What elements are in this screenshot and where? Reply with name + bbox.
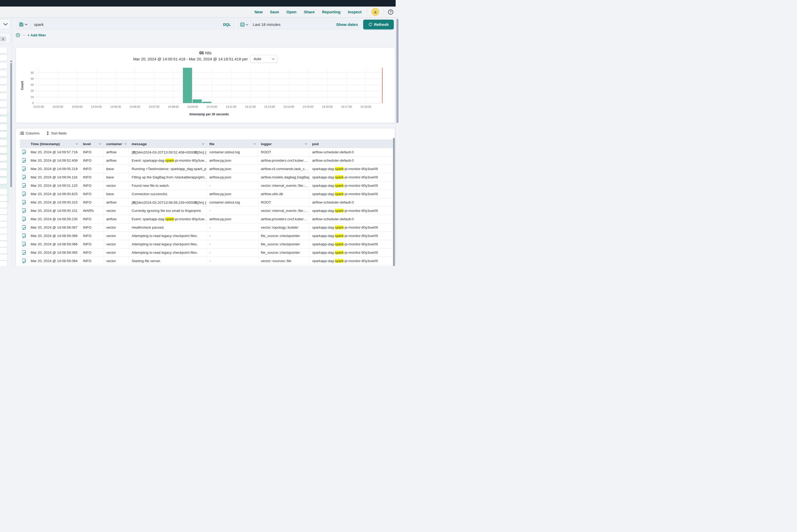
- search-query-input[interactable]: spark: [31, 22, 219, 27]
- field-card[interactable]: [0, 247, 7, 254]
- chart-gridline: [36, 97, 382, 97]
- histogram-bar[interactable]: [192, 99, 202, 103]
- field-card[interactable]: [0, 163, 7, 169]
- cell-pod: sparkapp-dag-spark-pi-monitor-80y3uw09: [310, 207, 393, 215]
- expand-row-button[interactable]: [20, 223, 28, 231]
- cell-time: Mar 20, 2024 @ 14:08:59.235: [28, 215, 80, 223]
- documents-table-panel: Columns Sort fields Time (timestamp)leve…: [16, 128, 395, 266]
- cell-pod: sparkapp-dag-spark-pi-monitor-80y3uw09: [310, 232, 393, 240]
- sort-fields-button[interactable]: Sort fields: [46, 131, 67, 135]
- field-card[interactable]: [0, 178, 7, 184]
- column-header-time-timestamp-[interactable]: Time (timestamp): [28, 140, 80, 148]
- field-card[interactable]: [0, 228, 7, 234]
- cell-pod: airflow-scheduler-default-0: [310, 156, 393, 165]
- cell-pod: sparkapp-dag-spark-pi-monitor-80y3uw09: [310, 182, 393, 190]
- histogram-bar[interactable]: [183, 68, 192, 103]
- expand-row-button[interactable]: [20, 173, 28, 181]
- nav-link-open[interactable]: Open: [286, 10, 296, 14]
- field-card[interactable]: [0, 241, 7, 247]
- field-card[interactable]: [0, 47, 7, 53]
- show-dates-button[interactable]: Show dates: [336, 22, 361, 27]
- column-header-file[interactable]: file: [207, 140, 258, 148]
- page-scrollbar[interactable]: [396, 19, 398, 123]
- sidebar-collapse-toggle[interactable]: [0, 19, 11, 29]
- field-card[interactable]: [0, 215, 7, 221]
- field-card[interactable]: [0, 189, 7, 195]
- highlighted-term: spark: [165, 158, 174, 163]
- cell-time: Mar 20, 2024 @ 14:08:59.065: [28, 248, 80, 256]
- column-header-logger[interactable]: logger: [258, 140, 310, 148]
- field-card[interactable]: [0, 208, 7, 214]
- expand-row-button[interactable]: [20, 156, 28, 165]
- column-header-message[interactable]: message: [129, 140, 207, 148]
- time-range-value[interactable]: Last 18 minutes: [251, 22, 336, 27]
- field-card[interactable]: [0, 234, 7, 241]
- cell-level: INFO: [80, 182, 104, 190]
- query-language-button[interactable]: DQL: [219, 22, 235, 27]
- add-filter-button[interactable]: + Add filter: [27, 33, 46, 37]
- nav-link-inspect[interactable]: Inspect: [348, 10, 362, 14]
- expand-row-button[interactable]: [20, 207, 28, 215]
- nav-link-share[interactable]: Share: [304, 10, 315, 14]
- table-scrollbar[interactable]: [393, 138, 395, 266]
- table-header-row: Time (timestamp)levelcontainermessagefil…: [20, 140, 393, 148]
- histogram-bar[interactable]: [202, 102, 211, 103]
- expand-row-button[interactable]: [20, 148, 28, 156]
- expand-row-button[interactable]: [20, 248, 28, 256]
- field-card[interactable]: [0, 147, 7, 153]
- expand-row-button[interactable]: [20, 215, 28, 223]
- expand-row-button[interactable]: [20, 198, 28, 206]
- nav-link-new[interactable]: New: [255, 10, 263, 14]
- cell-file: airflow.py.json: [207, 165, 258, 173]
- field-card[interactable]: [0, 202, 7, 208]
- expand-row-button[interactable]: [20, 182, 28, 190]
- field-card[interactable]: [0, 55, 7, 61]
- field-card[interactable]: [0, 261, 7, 266]
- columns-button[interactable]: Columns: [20, 131, 39, 135]
- field-card[interactable]: ✕: [0, 70, 7, 76]
- field-card[interactable]: [0, 101, 7, 107]
- expand-row-button[interactable]: [20, 190, 28, 198]
- field-card[interactable]: [0, 221, 7, 228]
- filter-icon[interactable]: [16, 33, 20, 37]
- field-card[interactable]: [0, 170, 7, 176]
- field-card[interactable]: [0, 116, 7, 123]
- chevron-down-icon: [202, 143, 205, 145]
- sidebar-scroll-up-icon[interactable]: [10, 60, 12, 62]
- column-header-level[interactable]: level: [80, 140, 104, 148]
- nav-link-save[interactable]: Save: [270, 10, 279, 14]
- table-row: Mar 20, 2024 @ 14:09:00.825INFObaseConne…: [20, 190, 393, 198]
- chart-gridline: [154, 68, 154, 103]
- refresh-button[interactable]: Refresh: [363, 20, 394, 29]
- histogram-chart[interactable]: 0102030405014:01:0014:02:0014:03:0014:04…: [16, 48, 395, 123]
- field-card[interactable]: [0, 254, 7, 260]
- field-card[interactable]: [0, 132, 7, 138]
- field-card[interactable]: [0, 86, 7, 92]
- field-card[interactable]: [0, 109, 7, 115]
- expand-row-button[interactable]: [20, 257, 28, 265]
- highlighted-term: spark: [335, 234, 344, 238]
- nav-link-reporting[interactable]: Reporting: [322, 10, 341, 14]
- expand-row-button[interactable]: [20, 232, 28, 240]
- saved-query-menu[interactable]: [16, 20, 31, 29]
- field-card[interactable]: [0, 78, 7, 84]
- field-card[interactable]: [0, 93, 7, 99]
- cell-file: airflow.py.json: [207, 215, 258, 223]
- cell-text: sparkapp-dag-: [312, 226, 335, 229]
- field-card[interactable]: [0, 155, 7, 161]
- avatar[interactable]: a: [371, 8, 379, 16]
- cell-text: -pi-monitor-80y3uw09: [344, 192, 378, 196]
- column-header-pod[interactable]: pod: [310, 140, 393, 148]
- field-card[interactable]: [0, 195, 7, 202]
- date-quick-select[interactable]: [238, 20, 251, 29]
- expand-row-button[interactable]: [20, 165, 28, 173]
- table-row: Mar 20, 2024 @ 14:09:00.315INFOairflow[⊠…: [20, 198, 393, 207]
- x-tick-label: 14:07:00: [145, 105, 163, 108]
- column-header-container[interactable]: container: [104, 140, 129, 148]
- field-card[interactable]: [0, 62, 7, 69]
- expand-row-button[interactable]: [20, 240, 28, 248]
- field-card[interactable]: [0, 124, 7, 130]
- help-icon[interactable]: ?: [388, 10, 393, 15]
- sidebar-scrollbar[interactable]: [10, 63, 12, 187]
- field-card[interactable]: [0, 139, 7, 146]
